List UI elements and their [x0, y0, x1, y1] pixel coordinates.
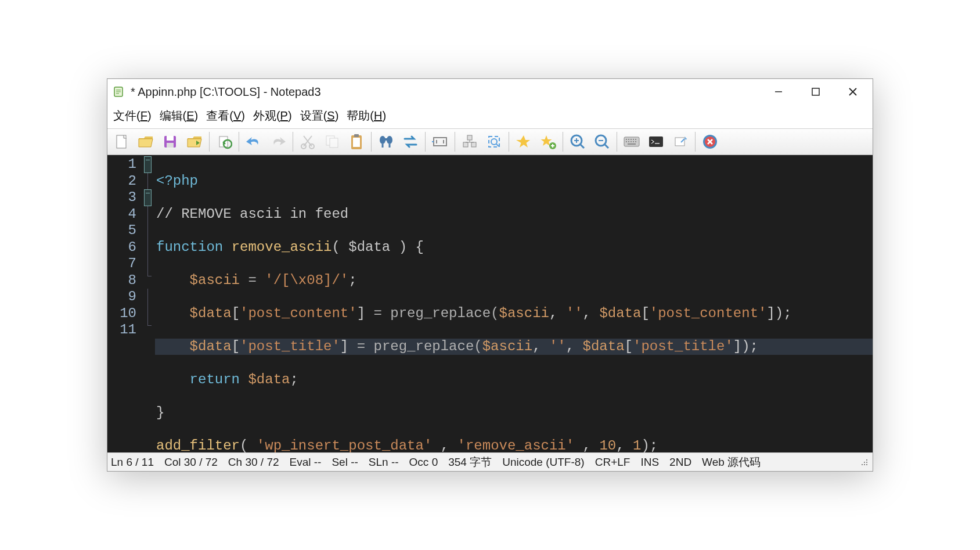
- svg-rect-29: [626, 139, 627, 140]
- status-eol[interactable]: CR+LF: [595, 456, 630, 469]
- line-number: 11: [107, 322, 136, 339]
- menu-help[interactable]: 帮助(H): [344, 107, 388, 125]
- undo-button[interactable]: [242, 130, 265, 153]
- zoom-in-button[interactable]: [566, 130, 589, 153]
- code-token: [: [625, 339, 633, 354]
- toolbar-separator: [617, 132, 617, 152]
- code-token: 'post_content': [650, 305, 767, 321]
- scheme-button[interactable]: [458, 130, 481, 153]
- status-encoding[interactable]: Unicode (UTF-8): [502, 456, 584, 469]
- code-token: <?php: [156, 173, 198, 189]
- svg-rect-34: [626, 141, 627, 142]
- find-button[interactable]: [374, 130, 398, 153]
- status-char[interactable]: Ch 30 / 72: [228, 456, 279, 469]
- code-token: [: [232, 339, 240, 354]
- code-token: $data: [190, 339, 232, 354]
- code-token: =: [240, 272, 265, 288]
- svg-rect-31: [630, 139, 632, 140]
- fullscreen-button[interactable]: [482, 130, 506, 153]
- svg-rect-12: [330, 138, 338, 148]
- fold-toggle-icon[interactable]: [144, 156, 152, 173]
- open-file-button[interactable]: [134, 130, 157, 153]
- code-token: $data: [583, 339, 625, 354]
- close-button[interactable]: [842, 81, 863, 102]
- code-token: ]: [357, 305, 365, 321]
- revert-button[interactable]: [212, 130, 236, 153]
- status-ins[interactable]: INS: [640, 456, 659, 469]
- toolbar-separator: [509, 132, 509, 152]
- svg-rect-2: [812, 88, 819, 95]
- status-bytes: 354 字节: [448, 455, 492, 470]
- fold-guide: [147, 289, 148, 305]
- code-token: '': [549, 339, 566, 354]
- console-button[interactable]: [644, 130, 668, 153]
- menu-appearance[interactable]: 外观(P): [251, 107, 294, 125]
- resize-grip-icon[interactable]: [860, 458, 869, 467]
- code-token: $data: [599, 305, 641, 321]
- menu-view[interactable]: 查看(V): [204, 107, 247, 125]
- status-line[interactable]: Ln 6 / 11: [111, 456, 154, 469]
- toolbar-separator: [425, 132, 426, 152]
- exit-button[interactable]: [698, 130, 722, 153]
- titlebar[interactable]: * Appinn.php [C:\TOOLS] - Notepad3: [107, 79, 873, 105]
- copy-button[interactable]: [320, 130, 344, 153]
- code-editor[interactable]: 1 2 3 4 5 6 7 8 9 10 11 <?php // REMOVE …: [107, 155, 873, 452]
- code-token: ( $data ) {: [332, 239, 423, 255]
- status-col[interactable]: Col 30 / 72: [164, 456, 218, 469]
- export-button[interactable]: [183, 130, 206, 153]
- code-token: 'post_title': [633, 339, 733, 354]
- line-number: 7: [107, 256, 136, 272]
- paste-button[interactable]: [345, 130, 368, 153]
- menu-edit[interactable]: 编辑(E): [157, 107, 201, 125]
- fold-toggle-icon[interactable]: [144, 189, 152, 206]
- app-window: * Appinn.php [C:\TOOLS] - Notepad3 文件(F)…: [107, 78, 873, 472]
- menubar: 文件(F) 编辑(E) 查看(V) 外观(P) 设置(S) 帮助(H): [107, 105, 873, 128]
- code-token: (: [240, 438, 257, 453]
- svg-point-24: [491, 139, 497, 145]
- status-mode[interactable]: 2ND: [669, 456, 691, 469]
- menu-settings[interactable]: 设置(S): [298, 107, 341, 125]
- minimize-button[interactable]: [768, 81, 789, 102]
- svg-rect-39: [628, 143, 636, 145]
- fold-margin[interactable]: [141, 155, 154, 452]
- code-token: }: [156, 405, 164, 420]
- menu-file[interactable]: 文件(F): [111, 107, 154, 125]
- save-button[interactable]: [158, 130, 182, 153]
- code-token: '': [566, 305, 583, 321]
- keyboard-button[interactable]: [620, 130, 643, 153]
- window-title: * Appinn.php [C:\TOOLS] - Notepad3: [131, 85, 768, 99]
- add-favorite-button[interactable]: [536, 130, 560, 153]
- code-token: 'post_title': [240, 339, 340, 354]
- svg-rect-6: [167, 143, 174, 148]
- maximize-button[interactable]: [805, 81, 826, 102]
- toolbar: [107, 128, 873, 155]
- app-icon: [112, 85, 126, 99]
- code-token: ,: [566, 339, 583, 354]
- status-lang[interactable]: Web 源代码: [702, 455, 761, 470]
- cut-button[interactable]: [296, 130, 319, 153]
- word-wrap-button[interactable]: [428, 130, 452, 153]
- code-token: ]: [766, 305, 774, 321]
- favorite-button[interactable]: [512, 130, 535, 153]
- status-eval: Eval --: [290, 456, 322, 469]
- code-token: [: [641, 305, 649, 321]
- toolbar-separator: [455, 132, 455, 152]
- code-token: $data: [190, 305, 232, 321]
- line-number-gutter: 1 2 3 4 5 6 7 8 9 10 11: [107, 155, 141, 452]
- code-token: ,: [532, 339, 549, 354]
- new-file-button[interactable]: [110, 130, 133, 153]
- line-number: 1: [107, 156, 136, 173]
- replace-button[interactable]: [399, 130, 422, 153]
- fold-guide: [147, 305, 148, 322]
- svg-rect-32: [633, 139, 634, 140]
- code-token: ]: [340, 339, 348, 354]
- code-token: );: [775, 305, 792, 321]
- pin-button[interactable]: [669, 130, 692, 153]
- svg-rect-35: [628, 141, 629, 142]
- code-token: function: [156, 239, 223, 255]
- zoom-out-button[interactable]: [590, 130, 614, 153]
- code-area[interactable]: <?php // REMOVE ascii in feed function r…: [154, 155, 873, 452]
- svg-rect-22: [471, 142, 476, 147]
- code-token: 'remove_ascii': [457, 438, 575, 453]
- redo-button[interactable]: [266, 130, 290, 153]
